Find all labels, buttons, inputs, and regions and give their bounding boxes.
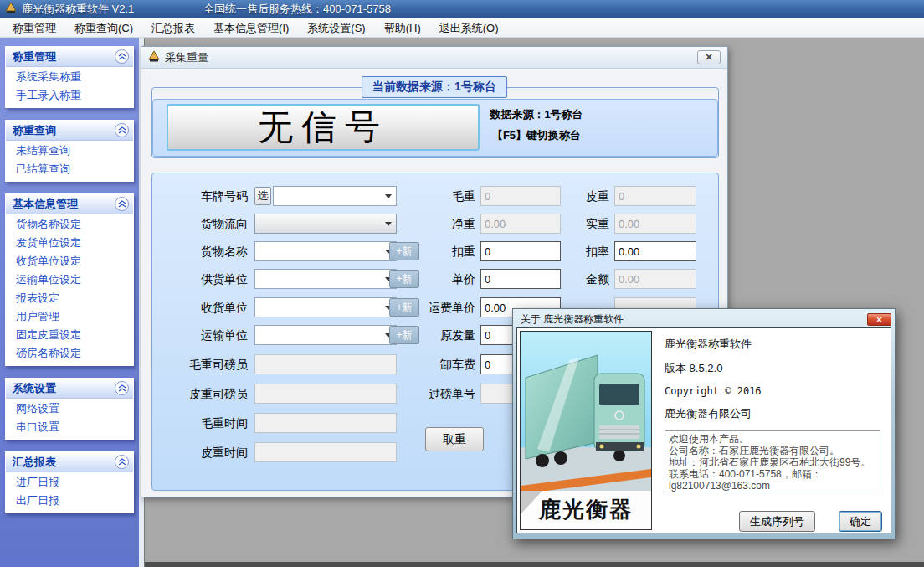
sidebar-panel-system-settings: 系统设置 网络设置 串口设置: [5, 378, 134, 440]
sidebar-header-basic-info[interactable]: 基本信息管理: [6, 194, 133, 214]
window-title: 采集重量: [165, 50, 208, 65]
plate-number-combobox[interactable]: [273, 186, 397, 206]
about-info: 鹿光衡器称重软件 版本 8.5.2.0 Copyright © 2016 鹿光衡…: [665, 337, 889, 532]
mdi-bottom-edge: [145, 562, 924, 567]
sidebar-header-summary-reports[interactable]: 汇总报表: [6, 452, 133, 472]
sidebar-item-fixed-tare-setting[interactable]: 固定皮重设定: [6, 326, 133, 344]
transport-label: 运输单位: [152, 325, 248, 345]
gross-operator-label: 毛重司磅员: [152, 354, 248, 374]
truck-caption: 鹿光衡器: [521, 495, 651, 524]
menu-weigh-management[interactable]: 称重管理: [3, 19, 65, 37]
actual-weight-label: 实重: [526, 214, 609, 234]
collapse-chevron-icon[interactable]: [115, 381, 129, 395]
hotline-text: 全国统一售后服务热线：400-071-5758: [203, 2, 391, 17]
close-icon[interactable]: ✕: [697, 50, 721, 64]
menu-exit[interactable]: 退出系统(O): [430, 19, 508, 37]
receiver-combobox[interactable]: [254, 297, 397, 317]
panel-title: 称重管理: [13, 49, 56, 64]
plate-number-label: 车牌号码: [152, 186, 248, 206]
collect-weight-titlebar[interactable]: 采集重量 ✕: [141, 47, 727, 69]
about-note-line: 公司名称：石家庄鹿光衡器有限公司。: [669, 445, 876, 456]
app-logo-icon: [5, 2, 17, 17]
about-note-line: 地址：河北省石家庄鹿泉区石柏北大街99号。: [669, 456, 876, 468]
cargo-name-combobox[interactable]: [254, 241, 397, 261]
sidebar-item-system-collect-weigh[interactable]: 系统采集称重: [6, 68, 133, 86]
collapse-chevron-icon[interactable]: [115, 49, 129, 64]
panel-title: 汇总报表: [13, 455, 56, 470]
about-note-line: lg82100713@163.com: [669, 480, 876, 492]
sidebar-item-transport-setting[interactable]: 运输单位设定: [6, 271, 133, 289]
sidebar-item-settled-query[interactable]: 已结算查询: [6, 160, 133, 178]
collapse-chevron-icon[interactable]: [115, 455, 129, 469]
about-dialog: 关于 鹿光衡器称重软件 ✕: [512, 308, 896, 539]
close-icon[interactable]: ✕: [867, 313, 891, 326]
tare-operator-label: 皮重司磅员: [152, 384, 248, 404]
sidebar-item-user-management[interactable]: 用户管理: [6, 307, 133, 326]
source-info: 数据来源：1号称台 【F5】键切换称台: [470, 108, 603, 150]
sidebar-item-weighhouse-name-setting[interactable]: 磅房名称设定: [6, 344, 133, 363]
sidebar-item-network-settings[interactable]: 网络设置: [6, 399, 133, 418]
tare-weight-label: 皮重: [526, 186, 609, 206]
window-logo-icon: [148, 50, 160, 65]
generate-serial-button[interactable]: 生成序列号: [739, 511, 815, 532]
deduct-rate-field[interactable]: [614, 241, 696, 261]
supplier-label: 供货单位: [152, 269, 248, 289]
deduct-weight-label: 扣重: [392, 241, 475, 261]
sidebar: 称重管理 系统采集称重 手工录入称重 称重查询 未结算查询 已结算查询 基本信息…: [0, 38, 139, 567]
about-titlebar[interactable]: 关于 鹿光衡器称重软件 ✕: [516, 312, 891, 327]
cargo-flow-combobox[interactable]: [254, 214, 397, 234]
receiver-label: 收货单位: [152, 297, 248, 317]
menu-help[interactable]: 帮助(H): [375, 19, 430, 37]
sidebar-header-system-settings[interactable]: 系统设置: [6, 379, 133, 399]
about-note-line: 联系电话：400-071-5758，邮箱：: [669, 468, 876, 480]
about-note-line: 欢迎使用本产品。: [669, 433, 876, 445]
actual-weight-field: [614, 214, 696, 234]
sidebar-item-manual-entry-weigh[interactable]: 手工录入称重: [6, 86, 133, 105]
amount-field: [614, 269, 696, 289]
menu-summary-report[interactable]: 汇总报表: [142, 19, 204, 37]
menu-weigh-query[interactable]: 称重查询(C): [65, 19, 142, 37]
sidebar-panel-basic-info: 基本信息管理 货物名称设定 发货单位设定 收货单位设定 运输单位设定 报表设定 …: [5, 193, 134, 366]
about-product: 鹿光衡器称重软件: [665, 337, 889, 352]
tare-time-label: 皮重时间: [152, 442, 248, 462]
gross-time-label: 毛重时间: [152, 413, 248, 433]
source-info-line2: 【F5】键切换称台: [470, 129, 603, 142]
sidebar-item-report-setting[interactable]: 报表设定: [6, 289, 133, 307]
original-qty-label: 原发量: [392, 325, 475, 345]
ok-button[interactable]: 确定: [839, 511, 882, 532]
about-company: 鹿光衡器有限公司: [665, 406, 889, 421]
collapse-chevron-icon[interactable]: [115, 123, 129, 137]
tare-operator-field: [254, 384, 397, 404]
sidebar-item-shipper-setting[interactable]: 发货单位设定: [6, 234, 133, 252]
menu-system-settings[interactable]: 系统设置(S): [298, 19, 374, 37]
sidebar-item-inbound-daily-report[interactable]: 进厂日报: [6, 473, 133, 492]
gross-time-field: [254, 413, 397, 433]
cargo-name-label: 货物名称: [152, 241, 248, 261]
sidebar-header-weigh-query[interactable]: 称重查询: [6, 121, 133, 141]
sidebar-item-outbound-daily-report[interactable]: 出厂日报: [6, 492, 133, 510]
collapse-chevron-icon[interactable]: [115, 197, 129, 211]
panel-title: 基本信息管理: [13, 197, 78, 212]
panel-title: 系统设置: [13, 381, 56, 396]
sidebar-item-serial-port-settings[interactable]: 串口设置: [6, 418, 133, 436]
sidebar-item-cargo-name-setting[interactable]: 货物名称设定: [6, 215, 133, 234]
about-notes: 欢迎使用本产品。 公司名称：石家庄鹿光衡器有限公司。 地址：河北省石家庄鹿泉区石…: [665, 430, 880, 492]
sidebar-item-unsettled-query[interactable]: 未结算查询: [6, 142, 133, 160]
take-weight-button[interactable]: 取重: [425, 427, 484, 451]
transport-combobox[interactable]: [254, 325, 397, 345]
supplier-combobox[interactable]: [254, 269, 397, 289]
tare-time-field: [254, 442, 397, 462]
ticket-number-label: 过磅单号: [392, 384, 475, 404]
unit-price-label: 单价: [392, 269, 475, 289]
sidebar-header-weigh-management[interactable]: 称重管理: [6, 47, 133, 67]
sidebar-panel-weigh-query: 称重查询 未结算查询 已结算查询: [5, 120, 134, 182]
amount-label: 金额: [526, 269, 609, 289]
menu-bar: 称重管理 称重查询(C) 汇总报表 基本信息管理(I) 系统设置(S) 帮助(H…: [0, 18, 924, 38]
truck-photo: 鹿光衡器: [520, 331, 652, 530]
cargo-flow-label: 货物流向: [152, 214, 248, 234]
data-source-banner: 当前数据来源：1号称台: [362, 76, 507, 98]
app-title: 鹿光衡器称重软件 V2.1: [22, 2, 134, 17]
plate-pick-button[interactable]: 选: [254, 187, 271, 205]
menu-basic-info[interactable]: 基本信息管理(I): [204, 19, 298, 37]
sidebar-item-receiver-setting[interactable]: 收货单位设定: [6, 252, 133, 271]
